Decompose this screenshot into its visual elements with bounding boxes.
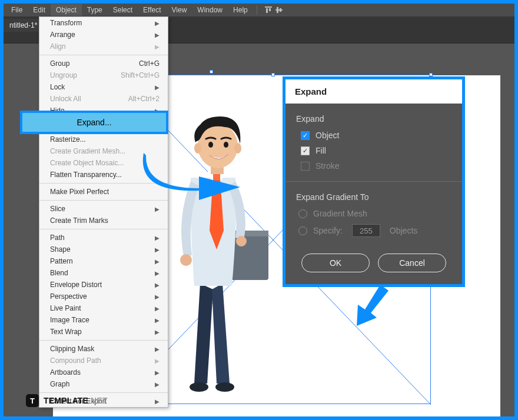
svg-rect-2 bbox=[269, 8, 271, 11]
menu-item-label: Clipping Mask bbox=[50, 345, 94, 353]
menu-item-label: Transform bbox=[50, 19, 82, 27]
menu-item-shortcut: Ctrl+G bbox=[139, 59, 160, 68]
menu-item-label: Text Wrap bbox=[50, 328, 82, 336]
align-icons[interactable] bbox=[264, 6, 283, 14]
watermark-brand: TEMPLATE bbox=[44, 396, 88, 405]
radio-row-specify: Specify: Objects bbox=[298, 224, 451, 237]
menu-item-label: Shape bbox=[50, 245, 71, 254]
svg-point-10 bbox=[190, 382, 208, 392]
menu-item-clipping-mask[interactable]: Clipping Mask▶ bbox=[39, 343, 168, 355]
menu-item-arrange[interactable]: Arrange▶ bbox=[39, 29, 168, 41]
menu-item-align: Align▶ bbox=[39, 41, 168, 52]
specify-suffix: Objects bbox=[390, 226, 417, 235]
menu-item-image-trace[interactable]: Image Trace▶ bbox=[39, 314, 168, 326]
menu-item-label: Graph bbox=[50, 380, 69, 388]
menu-item-label: Create Gradient Mesh... bbox=[50, 147, 125, 155]
submenu-arrow-icon: ▶ bbox=[155, 32, 160, 38]
svg-rect-0 bbox=[265, 6, 272, 8]
callout-arrow-ok-icon bbox=[353, 284, 390, 328]
menu-item-label: Create Trim Marks bbox=[50, 216, 108, 225]
align-top-icon bbox=[264, 6, 273, 14]
svg-point-13 bbox=[236, 236, 247, 246]
menu-type[interactable]: Type bbox=[82, 4, 108, 16]
checkbox-object-label: Object bbox=[316, 131, 339, 140]
menubar: File Edit Object Type Select Effect View… bbox=[4, 4, 514, 16]
menu-item-transform[interactable]: Transform▶ bbox=[39, 17, 168, 29]
menu-item-create-trim-marks[interactable]: Create Trim Marks bbox=[39, 215, 168, 226]
cancel-button[interactable]: Cancel bbox=[378, 254, 446, 272]
menu-item-label: Pattern bbox=[50, 257, 73, 265]
checkbox-row-stroke: Stroke bbox=[301, 161, 451, 171]
expand-group-label: Expand bbox=[296, 114, 451, 124]
menu-divider bbox=[39, 392, 168, 393]
menu-view[interactable]: View bbox=[167, 4, 192, 16]
menu-help[interactable]: Help bbox=[228, 4, 253, 16]
menu-item-graph[interactable]: Graph▶ bbox=[39, 378, 168, 390]
menu-item-live-paint[interactable]: Live Paint▶ bbox=[39, 302, 168, 314]
menu-item-group[interactable]: GroupCtrl+G bbox=[39, 58, 168, 69]
radio-specify bbox=[298, 226, 307, 235]
menu-effect[interactable]: Effect bbox=[138, 4, 166, 16]
watermark-logo-icon: T bbox=[26, 394, 39, 407]
svg-rect-8 bbox=[230, 231, 268, 280]
checkbox-row-object[interactable]: ✓ Object bbox=[301, 131, 451, 140]
menu-item-label: Create Object Mosaic... bbox=[50, 159, 124, 167]
menu-window[interactable]: Window bbox=[192, 4, 228, 16]
menu-item-ungroup: UngroupShift+Ctrl+G bbox=[39, 69, 168, 81]
menubar-separator bbox=[257, 5, 257, 15]
radio-mesh-label: Gradient Mesh bbox=[313, 209, 367, 218]
menu-item-lock[interactable]: Lock▶ bbox=[39, 81, 168, 93]
dialog-title: Expand bbox=[285, 79, 462, 104]
menu-item-text-wrap[interactable]: Text Wrap▶ bbox=[39, 326, 168, 338]
checkbox-object[interactable]: ✓ bbox=[301, 131, 310, 140]
object-menu-dropdown: Transform▶Arrange▶Align▶GroupCtrl+GUngro… bbox=[39, 16, 168, 408]
menu-item-label: Perspective bbox=[50, 292, 87, 301]
submenu-arrow-icon: ▶ bbox=[155, 235, 160, 241]
selection-handle[interactable] bbox=[271, 73, 275, 76]
menu-item-label: Align bbox=[50, 42, 66, 51]
svg-rect-3 bbox=[275, 9, 283, 11]
menu-item-label: Unlock All bbox=[50, 95, 81, 103]
checkbox-row-fill[interactable]: ✓ Fill bbox=[301, 146, 451, 155]
ok-button[interactable]: OK bbox=[301, 254, 370, 272]
menu-item-envelope-distort[interactable]: Envelope Distort▶ bbox=[39, 279, 168, 291]
menu-item-expand[interactable]: Expand... bbox=[22, 113, 166, 132]
callout-arrow-icon bbox=[142, 152, 244, 202]
submenu-arrow-icon: ▶ bbox=[155, 270, 160, 276]
menu-item-label: Make Pixel Perfect bbox=[50, 188, 109, 196]
menu-item-artboards[interactable]: Artboards▶ bbox=[39, 366, 168, 378]
menu-edit[interactable]: Edit bbox=[28, 4, 51, 16]
submenu-arrow-icon: ▶ bbox=[155, 305, 160, 312]
watermark: T TEMPLATE.NET bbox=[26, 394, 108, 407]
dialog-divider bbox=[285, 181, 462, 182]
gradient-group-label: Expand Gradient To bbox=[296, 192, 451, 202]
menu-item-label: Ungroup bbox=[50, 71, 77, 79]
menu-item-slice[interactable]: Slice▶ bbox=[39, 203, 168, 215]
align-mid-icon bbox=[275, 6, 283, 14]
menu-item-perspective[interactable]: Perspective▶ bbox=[39, 291, 168, 302]
menu-item-label: Live Paint bbox=[50, 304, 81, 312]
checkbox-fill[interactable]: ✓ bbox=[301, 146, 310, 155]
menu-file[interactable]: File bbox=[6, 4, 28, 16]
submenu-arrow-icon: ▶ bbox=[155, 398, 160, 405]
menu-item-rasterize[interactable]: Rasterize... bbox=[39, 134, 168, 145]
submenu-arrow-icon: ▶ bbox=[155, 346, 160, 352]
expand-dialog: Expand Expand ✓ Object ✓ Fill Stroke Exp… bbox=[285, 79, 462, 284]
menu-select[interactable]: Select bbox=[108, 4, 138, 16]
submenu-arrow-icon: ▶ bbox=[155, 206, 160, 212]
menu-item-pattern[interactable]: Pattern▶ bbox=[39, 255, 168, 267]
submenu-arrow-icon: ▶ bbox=[155, 294, 160, 300]
menu-item-shape[interactable]: Shape▶ bbox=[39, 244, 168, 255]
radio-mesh bbox=[298, 209, 307, 218]
expand-highlight-callout: Expand... bbox=[20, 111, 168, 134]
menu-item-shortcut: Alt+Ctrl+2 bbox=[128, 95, 160, 103]
menu-item-label: Envelope Distort bbox=[50, 281, 102, 289]
submenu-arrow-icon: ▶ bbox=[155, 20, 160, 26]
menu-item-blend[interactable]: Blend▶ bbox=[39, 267, 168, 279]
submenu-arrow-icon: ▶ bbox=[155, 84, 160, 91]
app-frame: File Edit Object Type Select Effect View… bbox=[4, 4, 514, 416]
svg-point-18 bbox=[208, 142, 213, 148]
specify-input bbox=[352, 224, 380, 237]
menu-item-path[interactable]: Path▶ bbox=[39, 232, 168, 244]
menu-object[interactable]: Object bbox=[51, 4, 82, 16]
